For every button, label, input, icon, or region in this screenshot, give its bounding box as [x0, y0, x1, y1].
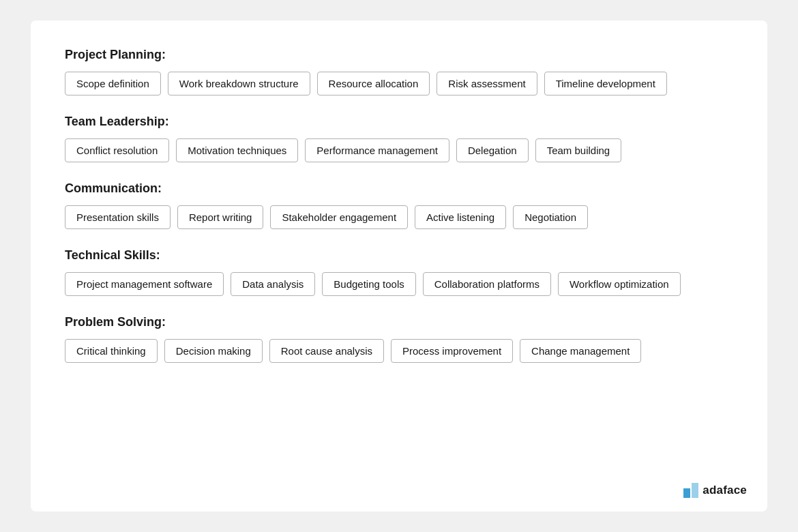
- section-team-leadership: Team Leadership:Conflict resolutionMotiv…: [65, 115, 733, 162]
- section-technical-skills: Technical Skills:Project management soft…: [65, 248, 733, 296]
- tag-communication-1[interactable]: Report writing: [177, 205, 264, 229]
- section-title-technical-skills: Technical Skills:: [65, 248, 733, 263]
- tags-problem-solving: Critical thinkingDecision makingRoot cau…: [65, 339, 733, 363]
- section-problem-solving: Problem Solving:Critical thinkingDecisio…: [65, 315, 733, 363]
- adaface-logo: adaface: [683, 483, 747, 498]
- tag-project-planning-0[interactable]: Scope definition: [65, 72, 161, 95]
- tag-problem-solving-2[interactable]: Root cause analysis: [269, 339, 384, 363]
- tag-communication-0[interactable]: Presentation skills: [65, 205, 171, 229]
- tag-technical-skills-1[interactable]: Data analysis: [231, 272, 315, 296]
- section-communication: Communication:Presentation skillsReport …: [65, 181, 733, 229]
- tag-technical-skills-4[interactable]: Workflow optimization: [558, 272, 681, 296]
- tag-problem-solving-4[interactable]: Change management: [520, 339, 641, 363]
- section-title-team-leadership: Team Leadership:: [65, 115, 733, 129]
- tag-technical-skills-2[interactable]: Budgeting tools: [322, 272, 415, 296]
- tag-project-planning-4[interactable]: Timeline development: [544, 72, 667, 95]
- svg-rect-1: [692, 483, 698, 498]
- section-title-project-planning: Project Planning:: [65, 48, 733, 62]
- section-project-planning: Project Planning:Scope definitionWork br…: [65, 48, 733, 95]
- tags-technical-skills: Project management softwareData analysis…: [65, 272, 733, 296]
- section-title-problem-solving: Problem Solving:: [65, 315, 733, 329]
- tag-technical-skills-0[interactable]: Project management software: [65, 272, 224, 296]
- tag-team-leadership-2[interactable]: Performance management: [305, 138, 449, 162]
- logo-text: adaface: [703, 484, 747, 497]
- tag-communication-3[interactable]: Active listening: [415, 205, 506, 229]
- tag-problem-solving-0[interactable]: Critical thinking: [65, 339, 158, 363]
- tag-communication-4[interactable]: Negotiation: [513, 205, 588, 229]
- tag-team-leadership-0[interactable]: Conflict resolution: [65, 138, 169, 162]
- tags-communication: Presentation skillsReport writingStakeho…: [65, 205, 733, 229]
- tag-team-leadership-4[interactable]: Team building: [535, 138, 622, 162]
- tag-problem-solving-3[interactable]: Process improvement: [391, 339, 513, 363]
- tag-project-planning-3[interactable]: Risk assessment: [437, 72, 537, 95]
- adaface-logo-icon: [683, 483, 698, 498]
- svg-rect-0: [683, 488, 690, 498]
- section-title-communication: Communication:: [65, 181, 733, 196]
- tag-team-leadership-1[interactable]: Motivation techniques: [176, 138, 298, 162]
- tag-technical-skills-3[interactable]: Collaboration platforms: [423, 272, 551, 296]
- tag-team-leadership-3[interactable]: Delegation: [456, 138, 529, 162]
- tags-team-leadership: Conflict resolutionMotivation techniques…: [65, 138, 733, 162]
- main-card: Project Planning:Scope definitionWork br…: [31, 20, 767, 512]
- tags-project-planning: Scope definitionWork breakdown structure…: [65, 72, 733, 95]
- tag-project-planning-1[interactable]: Work breakdown structure: [168, 72, 310, 95]
- tag-communication-2[interactable]: Stakeholder engagement: [270, 205, 408, 229]
- tag-problem-solving-1[interactable]: Decision making: [164, 339, 263, 363]
- tag-project-planning-2[interactable]: Resource allocation: [317, 72, 430, 95]
